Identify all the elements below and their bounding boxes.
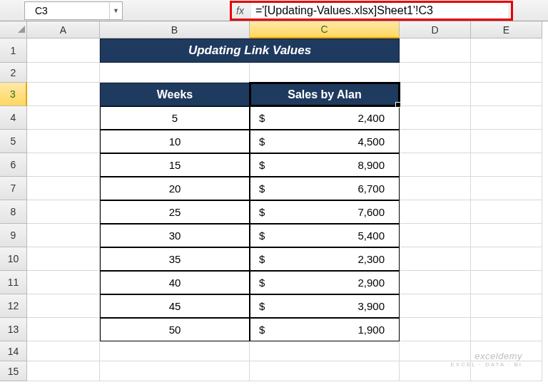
formula-input[interactable]: ='[Updating-Values.xlsx]Sheet1'!C3: [251, 3, 508, 19]
cell-D12[interactable]: [400, 294, 471, 318]
chevron-down-icon[interactable]: ▼: [109, 2, 122, 19]
header-sales[interactable]: Sales by Alan: [250, 83, 400, 106]
cell-E10[interactable]: [471, 247, 542, 271]
cell-D1[interactable]: [400, 38, 471, 63]
cell-A10[interactable]: [27, 247, 100, 271]
cell-E8[interactable]: [471, 200, 542, 224]
cell-E7[interactable]: [471, 177, 542, 200]
currency-symbol: $: [255, 324, 265, 336]
cell-D8[interactable]: [400, 200, 471, 224]
cell-E1[interactable]: [471, 38, 542, 63]
cell-D13[interactable]: [400, 318, 471, 341]
cell-C13[interactable]: $1,900: [250, 318, 400, 341]
row-header-9[interactable]: 9: [0, 224, 27, 247]
cell-B11[interactable]: 40: [100, 271, 250, 294]
row-header-10[interactable]: 10: [0, 247, 27, 271]
cell-A5[interactable]: [27, 130, 100, 153]
formula-highlight: fx ='[Updating-Values.xlsx]Sheet1'!C3: [230, 1, 513, 21]
header-weeks[interactable]: Weeks: [100, 83, 250, 106]
row-header-15[interactable]: 15: [0, 361, 27, 381]
cell-E6[interactable]: [471, 153, 542, 177]
cell-B12[interactable]: 45: [100, 294, 250, 318]
title-cell[interactable]: Updating Link Values: [100, 38, 400, 63]
cell-A15[interactable]: [27, 361, 100, 381]
cell-C8[interactable]: $7,600: [250, 200, 400, 224]
cell-C12[interactable]: $3,900: [250, 294, 400, 318]
col-header-E[interactable]: E: [471, 21, 542, 38]
cell-A11[interactable]: [27, 271, 100, 294]
name-box[interactable]: C3 ▼: [24, 1, 123, 20]
col-header-A[interactable]: A: [27, 21, 100, 38]
cell-E12[interactable]: [471, 294, 542, 318]
cell-A7[interactable]: [27, 177, 100, 200]
col-header-C[interactable]: C: [250, 21, 400, 38]
cell-A9[interactable]: [27, 224, 100, 247]
cell-C15[interactable]: [250, 361, 400, 381]
cell-D9[interactable]: [400, 224, 471, 247]
cell-E5[interactable]: [471, 130, 542, 153]
cell-D4[interactable]: [400, 106, 471, 130]
cell-C7[interactable]: $6,700: [250, 177, 400, 200]
cell-A6[interactable]: [27, 153, 100, 177]
cell-E3[interactable]: [471, 83, 542, 106]
cell-B13[interactable]: 50: [100, 318, 250, 341]
cell-E2[interactable]: [471, 63, 542, 83]
cell-C4[interactable]: $2,400: [250, 106, 400, 130]
row-header-6[interactable]: 6: [0, 153, 27, 177]
row-header-11[interactable]: 11: [0, 271, 27, 294]
row-header-5[interactable]: 5: [0, 130, 27, 153]
cell-A3[interactable]: [27, 83, 100, 106]
cell-D6[interactable]: [400, 153, 471, 177]
cell-A1[interactable]: [27, 38, 100, 63]
cell-B10[interactable]: 35: [100, 247, 250, 271]
cell-D5[interactable]: [400, 130, 471, 153]
col-header-D[interactable]: D: [400, 21, 471, 38]
watermark-main: exceldemy: [475, 351, 522, 361]
cell-E9[interactable]: [471, 224, 542, 247]
row-header-1[interactable]: 1: [0, 38, 27, 63]
cell-C5[interactable]: $4,500: [250, 130, 400, 153]
row-header-3[interactable]: 3: [0, 83, 27, 106]
cell-B5[interactable]: 10: [100, 130, 250, 153]
cell-D10[interactable]: [400, 247, 471, 271]
cell-A14[interactable]: [27, 341, 100, 361]
cell-A4[interactable]: [27, 106, 100, 130]
cell-A8[interactable]: [27, 200, 100, 224]
fx-icon[interactable]: fx: [236, 5, 244, 16]
cell-E4[interactable]: [471, 106, 542, 130]
row-header-13[interactable]: 13: [0, 318, 27, 341]
row-header-8[interactable]: 8: [0, 200, 27, 224]
cell-C2[interactable]: [250, 63, 400, 83]
select-all-corner[interactable]: [0, 21, 27, 38]
cell-A2[interactable]: [27, 63, 100, 83]
cell-B9[interactable]: 30: [100, 224, 250, 247]
cell-E13[interactable]: [471, 318, 542, 341]
cell-D11[interactable]: [400, 271, 471, 294]
cell-B6[interactable]: 15: [100, 153, 250, 177]
cell-C6[interactable]: $8,900: [250, 153, 400, 177]
cell-D7[interactable]: [400, 177, 471, 200]
cell-C14[interactable]: [250, 341, 400, 361]
cell-B4[interactable]: 5: [100, 106, 250, 130]
cell-B15[interactable]: [100, 361, 250, 381]
cell-C9[interactable]: $5,400: [250, 224, 400, 247]
cell-B7[interactable]: 20: [100, 177, 250, 200]
row-header-2[interactable]: 2: [0, 63, 27, 83]
cell-D3[interactable]: [400, 83, 471, 106]
name-box-value: C3: [35, 5, 48, 16]
cell-A13[interactable]: [27, 318, 100, 341]
cell-B8[interactable]: 25: [100, 200, 250, 224]
row-header-14[interactable]: 14: [0, 341, 27, 361]
cell-C10[interactable]: $2,300: [250, 247, 400, 271]
cell-C11[interactable]: $2,900: [250, 271, 400, 294]
col-header-B[interactable]: B: [100, 21, 250, 38]
cell-B14[interactable]: [100, 341, 250, 361]
row-header-4[interactable]: 4: [0, 106, 27, 130]
cell-A12[interactable]: [27, 294, 100, 318]
cell-B2[interactable]: [100, 63, 250, 83]
row-header-12[interactable]: 12: [0, 294, 27, 318]
formula-bar: C3 ▼ fx ='[Updating-Values.xlsx]Sheet1'!…: [0, 0, 548, 21]
cell-D2[interactable]: [400, 63, 471, 83]
cell-E11[interactable]: [471, 271, 542, 294]
row-header-7[interactable]: 7: [0, 177, 27, 200]
